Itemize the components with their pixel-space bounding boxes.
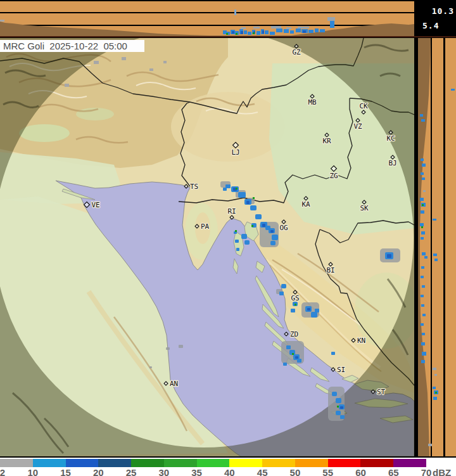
colorbar: [0, 459, 426, 467]
colorbar-tick-25: 25: [126, 467, 137, 476]
top-cross-section-panel: [0, 0, 414, 36]
svg-text:BJ: BJ: [388, 159, 396, 167]
colorbar-tick-10: 10: [27, 467, 38, 476]
svg-text:GS: GS: [291, 294, 299, 302]
colorbar-segment-60-65: [360, 459, 393, 467]
colorbar-tick-50: 50: [290, 467, 301, 476]
colorbar-segment-30-35: [164, 459, 197, 467]
colorbar-tick-60: 60: [355, 467, 366, 476]
colorbar-segment-35-40: [197, 459, 230, 467]
svg-text:OG: OG: [279, 224, 288, 232]
right-cross-section-graphic: [414, 38, 456, 456]
svg-text:RI: RI: [227, 207, 236, 215]
colorbar-tick-45: 45: [257, 467, 268, 476]
colorbar-segment-50-55: [295, 459, 328, 467]
map-graphic: GZMBCKVZKRKCBJZGLJTSVERIPAOGKASKBIGSZDKN…: [0, 38, 414, 456]
svg-text:CK: CK: [359, 102, 368, 110]
svg-text:KC: KC: [386, 134, 395, 143]
svg-text:KA: KA: [301, 200, 310, 209]
reflectivity-scale-bar: 210152025303540455055606570 dBZ: [0, 456, 456, 476]
svg-text:AN: AN: [170, 380, 178, 388]
colorbar-tick-30: 30: [159, 467, 170, 476]
right-cross-section-panel: [414, 38, 456, 456]
colorbar-segment-25-30: [131, 459, 164, 467]
colorbar-tick-40: 40: [224, 467, 235, 476]
colorbar-segment-15-20: [66, 459, 99, 467]
max-height-value-bottom: 5.4: [422, 21, 439, 30]
svg-text:TS: TS: [190, 183, 198, 191]
svg-text:LJ: LJ: [231, 148, 239, 157]
colorbar-tick-35: 35: [191, 467, 202, 476]
svg-text:VZ: VZ: [353, 122, 362, 131]
svg-text:ZD: ZD: [290, 330, 298, 338]
svg-text:ZG: ZG: [329, 172, 338, 180]
colorbar-segment-55-60: [328, 459, 361, 467]
colorbar-ticks: 210152025303540455055606570: [0, 467, 456, 476]
svg-text:SK: SK: [360, 204, 369, 212]
colorbar-tick-2: 2: [0, 467, 5, 476]
colorbar-segment-20-25: [98, 459, 131, 467]
svg-text:SI: SI: [337, 366, 345, 374]
colorbar-segment-40-45: [229, 459, 262, 467]
title-bar: MRC Goli 2025-10-22 05:00: [0, 40, 144, 52]
svg-text:KR: KR: [322, 137, 331, 145]
colorbar-segment-2-10: [0, 459, 33, 467]
page-title: MRC Goli 2025-10-22 05:00: [0, 41, 127, 51]
colorbar-tick-15: 15: [60, 467, 71, 476]
svg-text:PA: PA: [201, 222, 210, 231]
svg-text:GZ: GZ: [292, 48, 301, 56]
colorbar-tick-20: 20: [93, 467, 104, 476]
svg-text:VE: VE: [92, 201, 100, 209]
colorbar-tick-55: 55: [322, 467, 333, 476]
svg-text:ST: ST: [377, 388, 386, 396]
radar-display: 10.3 5.4: [0, 0, 456, 476]
colorbar-unit: dBZ: [433, 467, 451, 476]
colorbar-tick-70: 70: [421, 467, 432, 476]
svg-text:MB: MB: [308, 98, 317, 106]
radar-map: GZMBCKVZKRKCBJZGLJTSVERIPAOGKASKBIGSZDKN…: [0, 38, 414, 456]
top-cross-section-graphic: [0, 0, 414, 36]
colorbar-segment-45-50: [262, 459, 295, 467]
colorbar-segment-65-70: [393, 459, 426, 467]
max-height-value-top: 10.3: [432, 6, 454, 16]
corner-value-panel: 10.3 5.4: [414, 0, 456, 36]
colorbar-tick-65: 65: [388, 467, 399, 476]
colorbar-segment-10-15: [33, 459, 66, 467]
svg-text:KN: KN: [357, 337, 365, 345]
svg-text:BI: BI: [326, 266, 334, 274]
